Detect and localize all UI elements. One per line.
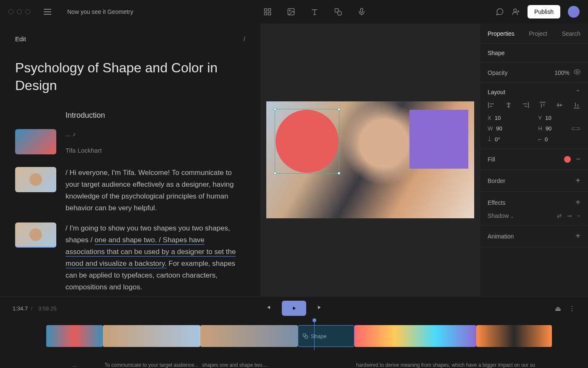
corner-radius-icon: ⌐ bbox=[538, 136, 542, 143]
timeline-clip[interactable] bbox=[200, 325, 298, 347]
more-options-icon[interactable]: ⋮ bbox=[569, 304, 575, 312]
resize-handle[interactable] bbox=[338, 108, 340, 111]
window-controls bbox=[8, 9, 30, 14]
opacity-label: Opacity bbox=[488, 69, 507, 76]
editor-mode-label[interactable]: Edit bbox=[15, 35, 26, 42]
effect-visibility-icon[interactable]: ⊸ bbox=[567, 212, 572, 219]
remove-fill-icon[interactable]: − bbox=[576, 155, 580, 164]
y-label: Y bbox=[538, 115, 542, 121]
total-time: 3:59.25 bbox=[38, 305, 56, 312]
timeline-caption: hardwired to derive meaning from shapes,… bbox=[354, 362, 575, 368]
layout-grid-icon[interactable] bbox=[263, 8, 272, 16]
align-top-icon[interactable] bbox=[539, 101, 546, 109]
w-label: W bbox=[488, 125, 493, 132]
clip-thumbnail[interactable] bbox=[15, 129, 56, 154]
topbar: Now you see it Geometry bbox=[0, 0, 588, 24]
document-title[interactable]: Psychology of Shape and Color in Design bbox=[15, 59, 245, 94]
clip-thumbnail[interactable] bbox=[15, 167, 56, 192]
animation-label: Animation bbox=[488, 233, 514, 240]
w-value[interactable]: 90 bbox=[496, 125, 502, 132]
tab-search[interactable]: Search bbox=[562, 30, 580, 37]
y-value[interactable]: 10 bbox=[545, 115, 551, 121]
tab-project[interactable]: Project bbox=[529, 30, 547, 37]
rotation-value[interactable]: 0° bbox=[495, 136, 500, 143]
align-bottom-icon[interactable] bbox=[573, 101, 580, 109]
shape-square[interactable] bbox=[410, 110, 468, 169]
transcript-ellipsis: ... ♪ bbox=[66, 129, 245, 140]
add-user-icon[interactable] bbox=[512, 8, 520, 16]
text-icon[interactable] bbox=[310, 8, 319, 16]
add-effect-icon[interactable]: + bbox=[575, 198, 580, 207]
align-left-icon[interactable] bbox=[488, 101, 495, 109]
svg-rect-3 bbox=[268, 13, 270, 15]
playhead[interactable] bbox=[314, 320, 315, 350]
svg-point-7 bbox=[337, 11, 341, 15]
align-center-h-icon[interactable] bbox=[505, 101, 512, 109]
current-time: 1:34.7 bbox=[13, 305, 28, 312]
h-value[interactable]: 90 bbox=[546, 125, 551, 132]
menu-button[interactable] bbox=[44, 9, 51, 15]
svg-point-5 bbox=[289, 10, 290, 11]
timeline-clip[interactable] bbox=[46, 325, 103, 347]
transcript-paragraph[interactable]: / I'm going to show you two shapes you t… bbox=[66, 222, 245, 293]
shadow-dropdown[interactable]: Shadow⌄ bbox=[488, 212, 514, 219]
h-label: H bbox=[538, 125, 542, 132]
remove-effect-icon[interactable]: − bbox=[577, 212, 580, 219]
timeline[interactable]: Shape bbox=[0, 320, 588, 360]
eject-icon[interactable]: ⏏ bbox=[555, 304, 561, 312]
opacity-value[interactable]: 100% bbox=[554, 69, 570, 76]
shape-clip-label: Shape bbox=[311, 333, 327, 339]
timeline-caption: To communicate to your target audience..… bbox=[103, 362, 200, 368]
clip-thumbnail-selected[interactable] bbox=[15, 222, 56, 248]
microphone-icon[interactable] bbox=[357, 8, 366, 16]
shape-circle[interactable] bbox=[276, 110, 339, 173]
shape-section-label: Shape bbox=[488, 50, 504, 56]
visibility-icon[interactable] bbox=[574, 69, 580, 77]
add-border-icon[interactable]: + bbox=[575, 176, 580, 185]
svg-rect-2 bbox=[264, 13, 267, 15]
publish-button[interactable]: Publish bbox=[528, 5, 560, 19]
canvas-viewport[interactable] bbox=[260, 24, 480, 296]
image-icon[interactable] bbox=[287, 8, 295, 16]
play-button[interactable] bbox=[282, 301, 306, 316]
layout-label: Layout bbox=[488, 89, 505, 95]
transcript-editor: Edit / Psychology of Shape and Color in … bbox=[0, 24, 260, 296]
svg-point-10 bbox=[576, 71, 578, 73]
timeline-caption: ... bbox=[46, 362, 103, 368]
svg-rect-0 bbox=[264, 9, 267, 11]
corner-value[interactable]: 0 bbox=[545, 136, 548, 143]
timeline-clip[interactable] bbox=[103, 325, 200, 347]
timeline-shape-clip[interactable]: Shape bbox=[298, 325, 354, 347]
timeline-caption bbox=[298, 362, 354, 368]
timeline-captions: ... To communicate to your target audien… bbox=[0, 360, 588, 368]
timeline-clip[interactable] bbox=[476, 325, 552, 347]
timeline-clip[interactable] bbox=[354, 325, 476, 347]
skip-forward-button[interactable] bbox=[316, 304, 323, 312]
effects-label: Effects bbox=[488, 199, 506, 206]
comment-icon[interactable] bbox=[496, 8, 504, 16]
editor-marker: / bbox=[244, 35, 245, 42]
section-heading: Introduction bbox=[66, 111, 245, 120]
x-value[interactable]: 10 bbox=[495, 115, 501, 121]
transcript-paragraph[interactable]: / Hi everyone, I'm Tifa. Welcome! To com… bbox=[66, 167, 245, 214]
fill-color-swatch[interactable] bbox=[564, 156, 571, 163]
add-animation-icon[interactable]: + bbox=[575, 231, 580, 241]
maximize-window-button[interactable] bbox=[25, 9, 30, 14]
border-label: Border bbox=[488, 177, 505, 184]
align-center-v-icon[interactable] bbox=[556, 101, 563, 109]
chevron-up-icon[interactable]: ⌃ bbox=[575, 89, 580, 95]
resize-handle[interactable] bbox=[274, 172, 276, 175]
align-right-icon[interactable] bbox=[522, 101, 529, 109]
user-avatar[interactable] bbox=[568, 6, 580, 18]
tab-properties[interactable]: Properties bbox=[488, 30, 514, 37]
link-dimensions-icon[interactable]: ⊂⊃ bbox=[571, 125, 580, 132]
minimize-window-button[interactable] bbox=[17, 9, 22, 14]
skip-back-button[interactable] bbox=[265, 304, 272, 312]
close-window-button[interactable] bbox=[8, 9, 13, 14]
resize-handle[interactable] bbox=[274, 108, 276, 111]
fill-label: Fill bbox=[488, 156, 495, 163]
video-frame bbox=[266, 101, 474, 218]
effect-settings-icon[interactable]: ⇄ bbox=[557, 212, 562, 219]
resize-handle[interactable] bbox=[338, 172, 340, 175]
shapes-icon[interactable] bbox=[334, 8, 342, 16]
